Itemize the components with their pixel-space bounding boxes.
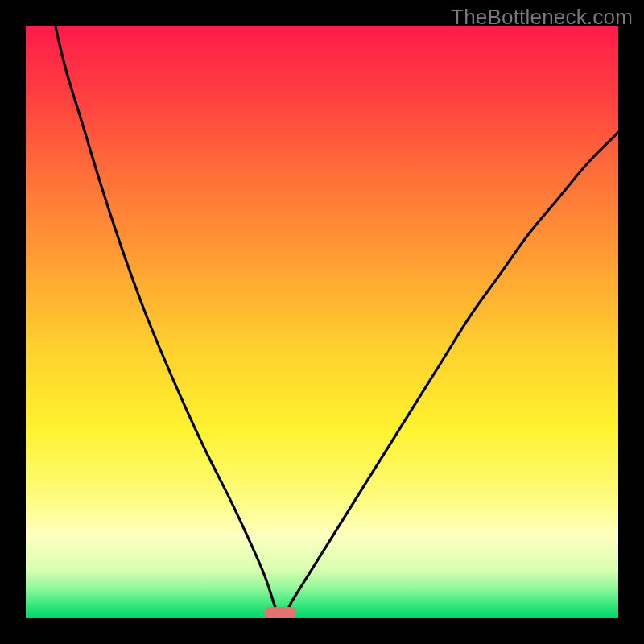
bottleneck-curve <box>26 26 618 618</box>
chart-frame: TheBottleneck.com <box>0 0 644 644</box>
optimum-marker <box>264 607 296 618</box>
plot-area <box>26 26 618 618</box>
